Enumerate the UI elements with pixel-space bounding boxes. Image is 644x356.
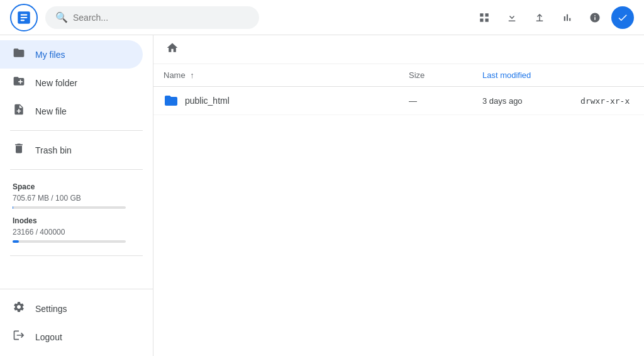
file-modified: 3 days ago (472, 87, 570, 115)
col-header-last-modified[interactable]: Last modified (472, 64, 570, 87)
file-table-body: public_html — 3 days ago drwxr-xr-x (153, 87, 644, 115)
sidebar-divider (10, 130, 143, 131)
sidebar-bottom: Settings Logout (0, 289, 153, 356)
svg-rect-1 (21, 14, 28, 15)
space-value: 705.67 MB / 100 GB (13, 194, 140, 203)
svg-rect-3 (21, 19, 25, 21)
col-header-permissions (570, 64, 644, 87)
inodes-value: 23166 / 400000 (13, 228, 140, 236)
sidebar-item-new-folder[interactable]: New folder (0, 69, 143, 97)
sidebar: My files New folder New file (0, 35, 153, 356)
trash-icon (13, 142, 25, 158)
settings-label: Settings (35, 304, 67, 314)
app-header: 🔍 (0, 0, 644, 35)
grid-view-button[interactable] (473, 6, 496, 29)
space-progress-fill (13, 206, 13, 209)
space-section: Space 705.67 MB / 100 GB (0, 175, 153, 216)
logout-label: Logout (35, 332, 62, 342)
file-name: public_html (185, 96, 230, 106)
file-table: Name ↑ Size Last modified (153, 64, 644, 115)
col-header-name[interactable]: Name ↑ (153, 64, 399, 87)
inodes-progress-bg (13, 240, 126, 243)
sidebar-item-logout[interactable]: Logout (0, 323, 143, 351)
search-bar: 🔍 (45, 6, 259, 29)
inodes-label: Inodes (13, 216, 140, 225)
col-header-size[interactable]: Size (399, 64, 472, 87)
sidebar-divider-2 (10, 169, 143, 170)
home-icon[interactable] (166, 42, 179, 57)
download-button[interactable] (501, 6, 523, 29)
table-header: Name ↑ Size Last modified (153, 64, 644, 87)
breadcrumb-bar (153, 35, 644, 64)
sidebar-item-trash-bin[interactable]: Trash bin (0, 136, 143, 164)
sidebar-divider-3 (10, 255, 143, 256)
search-input[interactable] (73, 13, 249, 23)
new-folder-icon (13, 75, 25, 91)
settings-icon (13, 301, 25, 316)
header-actions (473, 6, 634, 29)
sidebar-item-my-files[interactable]: My files (0, 40, 143, 69)
logout-icon (13, 329, 25, 345)
sidebar-item-label: New file (35, 106, 67, 116)
inodes-progress-fill (13, 240, 19, 243)
upload-button[interactable] (528, 6, 551, 29)
sidebar-item-new-file[interactable]: New file (0, 97, 143, 125)
file-name-cell: public_html (153, 87, 399, 115)
new-file-icon (13, 103, 25, 119)
sidebar-item-label: New folder (35, 78, 77, 88)
sidebar-item-label: My files (35, 50, 65, 60)
folder-icon (13, 47, 25, 62)
sort-arrow-icon: ↑ (190, 70, 194, 80)
main-content: Name ↑ Size Last modified (153, 35, 644, 356)
file-permissions: drwxr-xr-x (570, 87, 644, 115)
table-row[interactable]: public_html — 3 days ago drwxr-xr-x (153, 87, 644, 115)
logo-button[interactable] (10, 4, 38, 31)
sidebar-item-settings[interactable]: Settings (0, 294, 143, 323)
main-layout: My files New folder New file (0, 35, 644, 356)
chart-button[interactable] (556, 6, 579, 29)
file-size: — (399, 87, 472, 115)
space-progress-bg (13, 206, 126, 209)
check-button[interactable] (611, 6, 634, 29)
sidebar-nav: My files New folder New file (0, 35, 153, 289)
inodes-section: Inodes 23166 / 400000 (0, 216, 153, 250)
folder-file-icon (164, 93, 179, 108)
info-button[interactable] (584, 6, 606, 29)
space-label: Space (13, 182, 140, 191)
sidebar-item-label: Trash bin (35, 145, 72, 155)
svg-rect-2 (21, 16, 28, 18)
search-icon: 🔍 (55, 11, 68, 23)
